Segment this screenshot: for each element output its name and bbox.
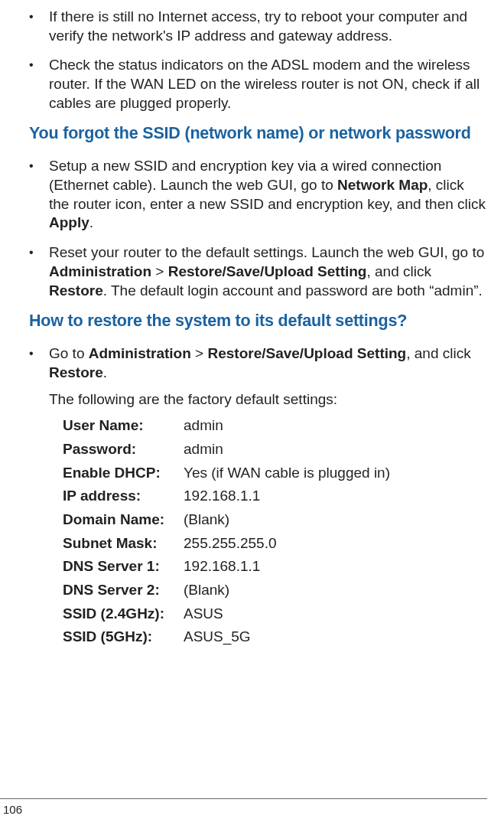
- bold-text: Administration: [89, 345, 191, 361]
- setting-value: 192.168.1.1: [184, 487, 487, 506]
- text-part: , and click: [406, 345, 470, 361]
- bullet-icon: •: [29, 56, 49, 113]
- list-item: • Setup a new SSID and encryption key vi…: [29, 157, 487, 233]
- bullet-icon: •: [29, 243, 49, 300]
- table-row: Subnet Mask: 255.255.255.0: [63, 534, 487, 553]
- default-settings-table: User Name: admin Password: admin Enable …: [63, 416, 487, 647]
- top-bullets: • If there is still no Internet access, …: [29, 8, 487, 113]
- bold-text: Network Map: [337, 177, 428, 193]
- setting-label: DNS Server 2:: [63, 581, 184, 600]
- text-part: .: [89, 214, 93, 230]
- setting-label: DNS Server 1:: [63, 557, 184, 576]
- bold-text: Restore/Save/Upload Setting: [168, 263, 367, 279]
- setting-label: Subnet Mask:: [63, 534, 184, 553]
- setting-value: ASUS_5G: [184, 628, 487, 647]
- bold-text: Administration: [49, 263, 151, 279]
- list-item: • Check the status indicators on the ADS…: [29, 56, 487, 113]
- bullet-text: Reset your router to the default setting…: [49, 243, 487, 300]
- bullet-icon: •: [29, 157, 49, 233]
- restore-bullets: • Go to Administration > Restore/Save/Up…: [29, 344, 487, 382]
- setting-value: (Blank): [184, 581, 487, 600]
- setting-label: IP address:: [63, 487, 184, 506]
- text-part: Go to: [49, 345, 89, 361]
- table-row: DNS Server 2: (Blank): [63, 581, 487, 600]
- table-row: User Name: admin: [63, 416, 487, 436]
- bold-text: Restore: [49, 282, 103, 299]
- text-part: >: [191, 345, 208, 361]
- section-heading-restore: How to restore the system to its default…: [29, 311, 487, 332]
- text-part: >: [151, 263, 168, 279]
- list-item: • If there is still no Internet access, …: [29, 8, 487, 45]
- ssid-bullets: • Setup a new SSID and encryption key vi…: [29, 157, 487, 300]
- setting-label: Password:: [63, 440, 184, 459]
- page-number: 106: [3, 803, 22, 816]
- setting-label: User Name:: [63, 416, 184, 436]
- bold-text: Apply: [49, 214, 89, 230]
- table-row: SSID (5GHz): ASUS_5G: [63, 628, 487, 647]
- text-part: , and click: [366, 263, 431, 279]
- page-footer: 106: [0, 798, 487, 817]
- table-row: IP address: 192.168.1.1: [63, 487, 487, 506]
- setting-value: 255.255.255.0: [184, 534, 487, 553]
- setting-label: Enable DHCP:: [63, 464, 184, 483]
- setting-label: SSID (5GHz):: [63, 628, 184, 647]
- bold-text: Restore: [49, 364, 103, 380]
- text-part: Reset your router to the default setting…: [49, 244, 484, 260]
- defaults-intro: The following are the factory default se…: [49, 390, 487, 409]
- table-row: Password: admin: [63, 440, 487, 459]
- bullet-text: Go to Administration > Restore/Save/Uplo…: [49, 344, 487, 382]
- bullet-text: Setup a new SSID and encryption key via …: [49, 157, 487, 233]
- setting-label: SSID (2.4GHz):: [63, 605, 184, 624]
- list-item: • Go to Administration > Restore/Save/Up…: [29, 344, 487, 382]
- bold-text: Restore/Save/Upload Setting: [207, 345, 406, 361]
- text-part: . The default login account and password…: [103, 282, 483, 299]
- bullet-icon: •: [29, 344, 49, 382]
- setting-value: (Blank): [184, 511, 487, 530]
- setting-value: ASUS: [184, 605, 487, 624]
- section-heading-ssid: You forgot the SSID (network name) or ne…: [29, 123, 487, 145]
- bullet-text: Check the status indicators on the ADSL …: [49, 56, 487, 113]
- table-row: Enable DHCP: Yes (if WAN cable is plugge…: [63, 464, 487, 483]
- setting-value: Yes (if WAN cable is plugged in): [184, 464, 487, 483]
- table-row: DNS Server 1: 192.168.1.1: [63, 557, 487, 576]
- bullet-icon: •: [29, 8, 49, 45]
- setting-label: Domain Name:: [63, 511, 184, 530]
- text-part: .: [103, 364, 107, 380]
- bullet-text: If there is still no Internet access, tr…: [49, 8, 487, 45]
- table-row: Domain Name: (Blank): [63, 511, 487, 530]
- setting-value: 192.168.1.1: [184, 557, 487, 576]
- setting-value: admin: [184, 440, 487, 459]
- list-item: • Reset your router to the default setti…: [29, 243, 487, 300]
- table-row: SSID (2.4GHz): ASUS: [63, 605, 487, 624]
- setting-value: admin: [184, 416, 487, 436]
